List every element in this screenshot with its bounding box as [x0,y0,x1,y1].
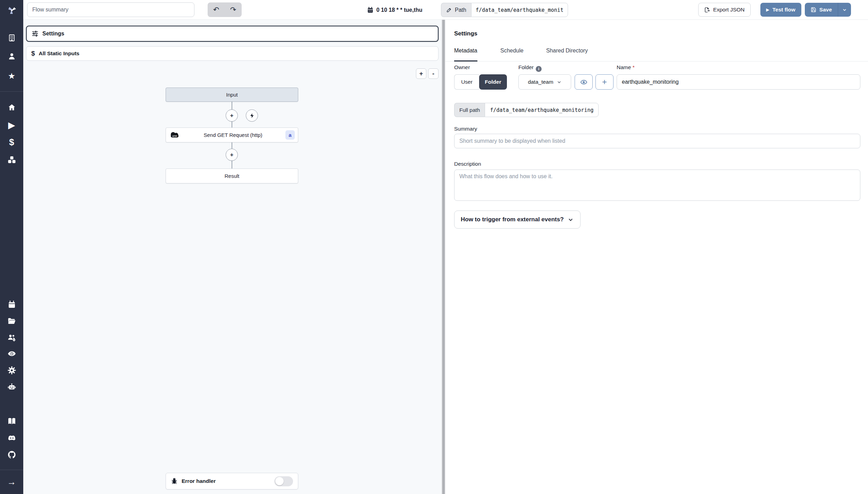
sidebar-item-user[interactable] [0,51,23,61]
insert-step-button[interactable]: + [226,109,238,122]
flow-settings-module[interactable]: Settings [26,26,439,42]
tab-shared-directory[interactable]: Shared Directory [546,46,588,61]
sidebar-item-workspace[interactable] [0,33,23,43]
sidebar-item-discord[interactable] [0,433,23,443]
description-textarea[interactable] [454,170,860,201]
input-node[interactable]: Input [166,88,298,102]
sidebar-item-audit-logs[interactable] [0,349,23,359]
chevron-down-icon [842,7,847,13]
sidebar-item-settings[interactable] [0,365,23,375]
http-step-node[interactable]: HTTP Send GET Request (http) a [166,127,298,142]
all-static-inputs-module[interactable]: $ All Static Inputs [26,46,439,61]
folder-label-text: Folder [518,64,534,70]
sidebar-item-variables[interactable]: $ [0,137,23,147]
export-json-button[interactable]: Export JSON [698,3,750,17]
save-button[interactable]: Save [805,3,838,17]
view-folder-button[interactable] [575,74,593,90]
plus-icon: + [602,78,607,86]
graph-zoom-out-button[interactable]: - [428,68,439,79]
users-gear-icon [7,333,16,342]
flow-editor-topbar: ↶ ↷ 0 10 18 * * tue,thu Path f/data_team… [23,0,868,20]
sidebar-divider [0,91,23,92]
sidebar-item-runs[interactable]: ▶ [0,120,23,130]
windmill-logo[interactable] [0,3,23,17]
flow-name-input[interactable] [617,74,860,90]
tab-schedule[interactable]: Schedule [500,46,524,61]
new-folder-button[interactable]: + [595,74,614,90]
sidebar-divider [0,470,23,470]
play-icon: ▶ [766,8,769,12]
test-flow-button[interactable]: ▶ Test flow [760,3,801,17]
owner-toggle-group: User Folder [454,74,507,90]
sidebar-item-docs[interactable] [0,417,23,426]
external-events-trigger-button[interactable]: How to trigger from external events? [454,211,581,229]
error-handler-label: Error handler [182,478,270,484]
export-json-label: Export JSON [713,7,744,13]
settings-panel-title: Settings [454,30,477,37]
eye-clock-icon [7,349,16,358]
svg-text:HTTP: HTTP [172,135,177,137]
error-handler-module[interactable]: Error handler [166,473,298,489]
undo-button[interactable]: ↶ [208,2,225,17]
owner-user-button[interactable]: User [454,74,479,90]
external-events-trigger-label: How to trigger from external events? [461,216,564,223]
star-icon: ★ [8,72,16,80]
sidebar-item-workers[interactable] [0,333,23,343]
folder-select-value: data_team [528,79,553,85]
book-icon [7,417,16,426]
sliders-icon [32,30,39,37]
save-dropdown-button[interactable] [838,3,851,17]
discord-icon [7,434,16,443]
app-sidebar: ★ ▶ $ [0,0,23,494]
sidebar-expand-button[interactable]: → [0,477,23,487]
step-id-badge: a [285,130,295,140]
insert-step-button[interactable]: + [226,149,238,161]
undo-redo-group: ↶ ↷ [208,2,242,17]
full-path-value: f/data_team/earthquake_monitoring [485,103,599,117]
sidebar-item-ai[interactable] [0,382,23,392]
sidebar-item-github[interactable] [0,450,23,460]
graph-zoom-in-button[interactable]: + [416,68,426,79]
path-label-segment: Path [441,3,471,17]
full-path-display: Full path f/data_team/earthquake_monitor… [454,103,599,117]
flow-path-control[interactable]: Path f/data_team/earthquake_monit [441,3,568,17]
sidebar-item-resources[interactable] [0,155,23,165]
gear-icon [7,366,16,375]
eye-icon [580,79,587,86]
calendar-icon [8,300,16,308]
sidebar-item-schedules[interactable] [0,299,23,309]
insert-trigger-button[interactable] [246,109,258,122]
result-node[interactable]: Result [166,168,298,183]
user-icon [8,52,16,60]
description-label: Description [454,161,481,167]
boxes-icon [7,155,16,164]
chevron-down-icon [557,80,562,85]
calendar-icon [367,7,374,13]
http-cloud-icon: HTTP [169,131,181,139]
settings-panel: Settings Metadata Schedule Shared Direct… [445,20,868,494]
redo-button[interactable]: ↷ [225,2,242,17]
folder-select[interactable]: data_team [518,74,571,90]
flow-graph-pane: Settings $ All Static Inputs + - Input +… [23,20,442,494]
owner-folder-button[interactable]: Folder [479,74,507,90]
building-icon [8,34,16,42]
pencil-icon [446,7,452,13]
sidebar-item-folders[interactable] [0,316,23,326]
sidebar-item-favorites[interactable]: ★ [0,71,23,81]
schedule-cron-badge[interactable]: 0 10 18 * * tue,thu [367,0,423,20]
path-label: Path [455,7,466,13]
summary-input[interactable] [454,134,860,148]
bolt-icon [249,113,255,118]
tab-metadata[interactable]: Metadata [454,46,477,61]
owner-label: Owner [454,64,470,71]
sidebar-item-home[interactable] [0,102,23,112]
github-icon [7,450,16,459]
flow-summary-input[interactable] [27,2,194,17]
file-export-icon [704,7,710,13]
pane-resize-splitter[interactable] [442,20,445,494]
save-label: Save [819,7,832,13]
windmill-pinwheel-icon [7,5,17,16]
name-label: Name * [617,64,635,71]
error-handler-toggle[interactable] [274,476,293,486]
save-icon [811,7,816,13]
